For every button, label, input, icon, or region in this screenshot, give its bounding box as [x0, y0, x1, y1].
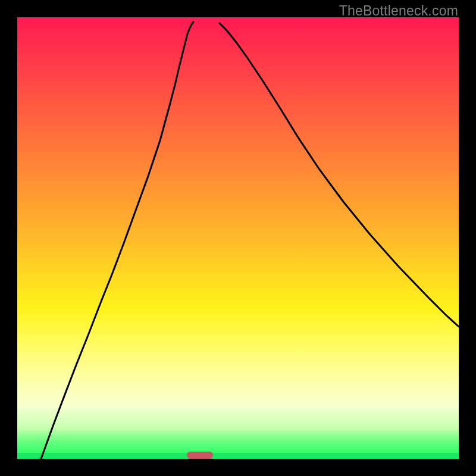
pill-marker — [187, 452, 213, 459]
watermark-text: TheBottleneck.com — [339, 3, 458, 19]
curve-left-branch — [41, 22, 193, 459]
frame: TheBottleneck.com — [0, 0, 476, 476]
bottleneck-curve — [17, 17, 459, 459]
curve-right-branch — [220, 23, 459, 327]
plot-area — [17, 17, 459, 459]
